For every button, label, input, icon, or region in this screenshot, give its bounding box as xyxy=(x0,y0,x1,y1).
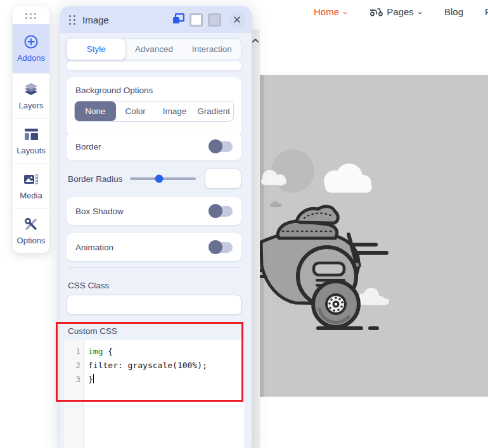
grip-dots-icon xyxy=(25,13,37,19)
bg-option-color[interactable]: Color xyxy=(116,101,155,121)
box-shadow-toggle[interactable] xyxy=(210,206,233,217)
animation-toggle[interactable] xyxy=(210,242,233,253)
builder-sidebar: Addons Layers Layouts xyxy=(13,6,49,253)
editor-code[interactable]: img { filter: grayscale(100%); } xyxy=(84,340,244,448)
background-options-card: Background Options None Color Image Grad… xyxy=(67,77,241,136)
border-radius-row: Border Radius xyxy=(68,166,241,191)
preview-scrollbar[interactable] xyxy=(251,29,260,448)
bg-option-image[interactable]: Image xyxy=(155,101,195,121)
scroll-up-arrow-icon[interactable] xyxy=(252,34,259,46)
panel-drag-handle-icon[interactable] xyxy=(69,15,76,25)
tools-icon xyxy=(23,217,39,232)
text-cursor xyxy=(93,374,94,383)
image-settings-panel: Image Style Advanced xyxy=(60,6,252,448)
scrolled-input-partial xyxy=(67,61,241,70)
editor-line-numbers: 1 2 3 xyxy=(64,340,84,448)
background-type-segmented: None Color Image Gradient xyxy=(74,101,234,122)
nav-item-pages[interactable]: Pages ⌄ xyxy=(369,6,423,17)
sidebar-item-layouts[interactable]: Layouts xyxy=(13,118,49,163)
plus-circle-icon xyxy=(23,34,39,49)
preview-canvas[interactable] xyxy=(260,75,488,397)
tab-advanced[interactable]: Advanced xyxy=(125,39,183,60)
nav-item-portfolio-cut[interactable]: Po xyxy=(485,6,488,17)
bg-option-none[interactable]: None xyxy=(75,101,116,121)
nav-pages-label: Pages xyxy=(387,6,414,17)
desktop-responsive-icon[interactable] xyxy=(172,13,184,27)
sidebar-item-label: Layouts xyxy=(16,146,46,155)
moped-icon xyxy=(369,7,383,16)
css-class-label: CSS Class xyxy=(68,281,109,290)
chevron-down-icon: ⌄ xyxy=(416,8,423,16)
sidebar-item-layers[interactable]: Layers xyxy=(13,73,49,118)
scooter-illustration xyxy=(260,75,488,397)
custom-css-label: Custom CSS xyxy=(68,326,117,336)
media-icon xyxy=(23,172,39,187)
animation-label: Animation xyxy=(75,243,113,252)
nav-item-home[interactable]: Home ⌄ xyxy=(314,6,348,17)
code-line: } xyxy=(88,373,244,387)
tab-style[interactable]: Style xyxy=(67,38,125,60)
sun-shape xyxy=(271,150,314,193)
nav-portfolio-label: Po xyxy=(485,6,488,17)
box-shadow-label: Box Shadow xyxy=(75,207,124,216)
border-card: Border xyxy=(67,132,241,160)
preview-site-nav: Home ⌄ Pages ⌄ Blog Po xyxy=(314,6,488,17)
panel-close-button[interactable] xyxy=(229,11,245,28)
sidebar-item-addons[interactable]: Addons xyxy=(13,24,49,73)
panel-title: Image xyxy=(82,15,166,25)
sidebar-item-label: Addons xyxy=(17,53,45,63)
sidebar-item-media[interactable]: Media xyxy=(13,163,49,208)
nav-item-blog[interactable]: Blog xyxy=(444,6,463,17)
tablet-responsive-icon[interactable] xyxy=(189,13,203,27)
chevron-down-icon: ⌄ xyxy=(342,8,349,16)
layout-icon xyxy=(24,127,39,142)
slider-thumb[interactable] xyxy=(155,175,163,183)
bg-option-gradient[interactable]: Gradient xyxy=(194,101,233,121)
animation-card: Animation xyxy=(67,233,241,261)
border-radius-input[interactable] xyxy=(205,169,241,189)
sidebar-item-label: Layers xyxy=(18,101,43,110)
sidebar-drag-handle[interactable] xyxy=(13,6,49,24)
code-line: filter: grayscale(100%); xyxy=(88,359,244,373)
section-divider xyxy=(68,267,240,268)
close-icon xyxy=(233,16,241,23)
custom-css-editor[interactable]: 1 2 3 img { filter: grayscale(100%); } xyxy=(64,340,244,448)
sidebar-item-label: Options xyxy=(17,236,46,245)
mobile-responsive-icon[interactable] xyxy=(208,13,221,27)
border-radius-label: Border Radius xyxy=(68,174,129,184)
panel-tabs: Style Advanced Interaction xyxy=(67,38,241,60)
code-line: img { xyxy=(88,345,244,359)
nav-blog-label: Blog xyxy=(444,6,463,17)
border-label: Border xyxy=(75,142,101,151)
nav-home-label: Home xyxy=(314,6,339,17)
layers-icon xyxy=(23,82,39,97)
box-shadow-card: Box Shadow xyxy=(67,197,241,225)
sidebar-item-label: Media xyxy=(20,191,42,200)
background-options-label: Background Options xyxy=(75,86,241,95)
panel-header[interactable]: Image xyxy=(60,6,252,33)
border-radius-slider[interactable] xyxy=(130,177,196,180)
page-builder-screen: Home ⌄ Pages ⌄ Blog Po xyxy=(0,0,488,448)
border-toggle[interactable] xyxy=(210,141,233,152)
sidebar-item-options[interactable]: Options xyxy=(13,208,49,253)
css-class-input[interactable] xyxy=(67,295,241,315)
tab-interaction[interactable]: Interaction xyxy=(183,39,241,60)
